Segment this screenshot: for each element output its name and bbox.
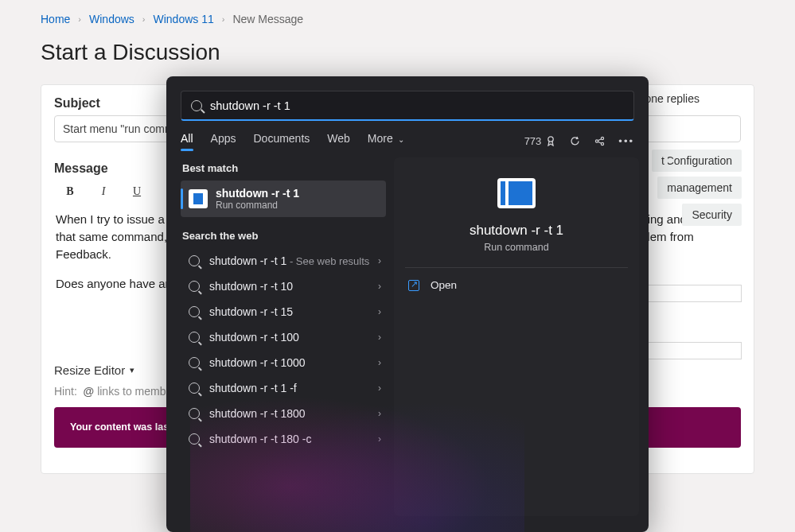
web-result-label: shutdown -r -t 1800 [209,407,378,420]
search-results-left: Best match shutdown -r -t 1 Run command … [181,157,386,516]
search-input[interactable] [210,99,624,112]
open-action[interactable]: Open [403,268,629,302]
tag-item[interactable]: management [657,177,742,199]
side-input-1[interactable] [638,285,742,302]
search-icon [189,255,200,266]
tag-item[interactable]: Security [682,204,742,226]
tab-more[interactable]: More ⌄ [368,132,404,150]
search-icon [189,408,200,419]
svg-point-1 [548,137,553,142]
detail-title: shutdown -r -t 1 [403,223,629,239]
search-tabs: All Apps Documents Web More ⌄ 773 ••• [166,121,649,156]
best-match-subtitle: Run command [216,200,299,211]
search-detail-panel: shutdown -r -t 1 Run command Open [394,157,639,516]
chevron-right-icon: › [378,281,381,292]
share-icon[interactable] [594,135,606,147]
best-match-header: Best match [182,162,386,174]
breadcrumb-windows11[interactable]: Windows 11 [154,13,214,25]
tab-web[interactable]: Web [327,132,350,150]
open-external-icon [408,280,419,291]
breadcrumb-current: New Message [232,13,303,25]
web-result-label: shutdown -r -t 180 -c [209,433,378,445]
chevron-right-icon: › [378,255,381,266]
search-icon [189,281,200,292]
search-icon [189,433,200,445]
web-result-label: shutdown -r -t 10 [209,280,378,293]
bold-button[interactable]: B [62,184,78,200]
chevron-down-icon: ⌄ [396,135,404,144]
web-result-label: shutdown -r -t 1 - See web results [209,254,378,267]
svg-point-4 [602,142,604,145]
best-match-title: shutdown -r -t 1 [216,187,299,200]
chevron-right-icon: › [378,408,381,419]
tab-documents[interactable]: Documents [253,132,310,150]
web-result-label: shutdown -r -t 1000 [209,356,378,369]
search-icon [189,306,200,317]
resize-editor[interactable]: Resize Editor▾ [54,363,134,377]
windows-search-panel: All Apps Documents Web More ⌄ 773 ••• Be… [166,76,649,532]
web-result-item[interactable]: shutdown -r -t 1 - See web results› [181,248,386,274]
svg-point-3 [602,137,604,139]
web-result-item[interactable]: shutdown -r -t 100› [181,324,386,350]
side-input-2[interactable] [638,342,742,359]
best-match-item[interactable]: shutdown -r -t 1 Run command [181,181,386,217]
rewards-points[interactable]: 773 [524,135,557,147]
run-command-icon [189,189,208,208]
search-icon [189,332,200,343]
search-icon [189,382,200,394]
detail-subtitle: Run command [403,242,629,253]
web-result-item[interactable]: shutdown -r -t 10› [181,274,386,299]
chevron-right-icon: › [378,433,381,445]
tag-item[interactable]: Configuration [657,150,742,172]
chevron-right-icon: › [378,332,381,343]
web-result-item[interactable]: shutdown -r -t 15› [181,299,386,324]
breadcrumb-home[interactable]: Home [41,13,70,25]
web-result-item[interactable]: shutdown -r -t 1 -f› [181,375,386,401]
search-web-header: Search the web [182,230,386,242]
refresh-icon[interactable] [569,135,581,147]
web-result-item[interactable]: shutdown -r -t 1800› [181,401,386,426]
search-icon [189,357,200,368]
chevron-right-icon: › [378,357,381,368]
page-title: Start a Discussion [0,25,795,65]
search-box[interactable] [181,91,634,121]
rewards-icon [545,135,556,146]
tag-item[interactable]: t [652,150,668,172]
chevron-right-icon: › [378,306,381,317]
chevron-down-icon: ▾ [130,365,134,375]
underline-button[interactable]: U [129,184,145,200]
more-options-icon[interactable]: ••• [618,135,634,147]
breadcrumb: Home› Windows› Windows 11› New Message [0,0,795,25]
web-result-label: shutdown -r -t 100 [209,331,378,344]
web-result-item[interactable]: shutdown -r -t 1000› [181,350,386,375]
web-result-item[interactable]: shutdown -r -t 180 -c› [181,426,386,452]
web-result-label: shutdown -r -t 1 -f [209,382,378,394]
italic-button[interactable]: I [95,184,111,200]
run-command-icon [497,178,536,208]
breadcrumb-windows[interactable]: Windows [89,13,134,25]
tab-all[interactable]: All [181,132,193,150]
web-result-label: shutdown -r -t 15 [209,305,378,318]
tab-apps[interactable]: Apps [211,132,236,150]
chevron-right-icon: › [378,382,381,394]
search-icon [191,100,202,111]
